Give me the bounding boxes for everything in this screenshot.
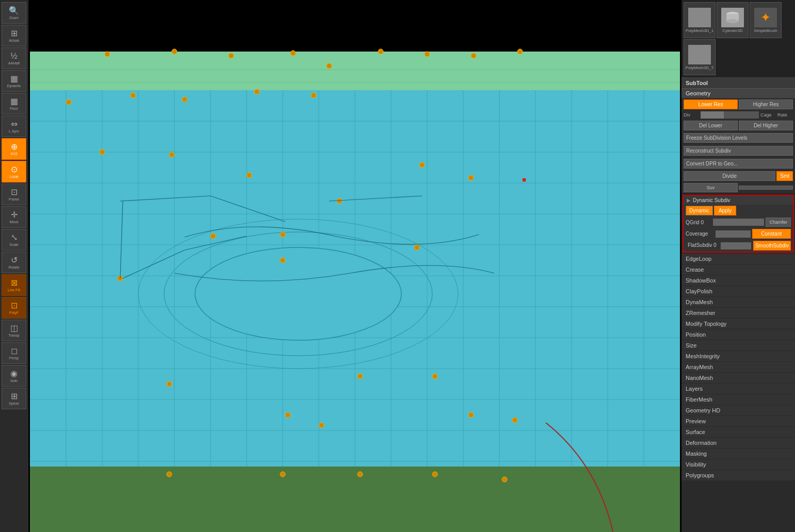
- simplebrush-tool[interactable]: ✦ SimpleBrush: [750, 2, 782, 38]
- move-button[interactable]: ✛ Move: [2, 206, 26, 228]
- claypolish-item[interactable]: ClayPolish: [682, 286, 795, 297]
- dynamic-subdiv-title: Dynamic Subdiv: [693, 197, 730, 203]
- svg-point-51: [311, 93, 316, 98]
- visibility-item[interactable]: Visibility: [682, 459, 795, 470]
- apply-button[interactable]: Apply: [714, 206, 736, 215]
- svg-rect-3: [30, 467, 680, 532]
- layers-item[interactable]: Layers: [682, 384, 795, 394]
- shadowbox-item[interactable]: ShadowBox: [682, 275, 795, 286]
- fibermesh-item[interactable]: FiberMesh: [682, 394, 795, 405]
- dynamic-button-ds[interactable]: Dynamic: [686, 206, 713, 215]
- flat-subdiv-slider[interactable]: [721, 242, 751, 250]
- freeze-subdiv-button[interactable]: Freeze SubDivision Levels: [684, 133, 793, 143]
- edgeloop-item[interactable]: EdgeLoop: [682, 254, 795, 264]
- deformation-item[interactable]: Deformation: [682, 438, 795, 448]
- svg-point-42: [327, 63, 332, 69]
- zremesher-item[interactable]: ZRemesher: [682, 308, 795, 319]
- transp-button[interactable]: ◫ Transp: [2, 320, 26, 341]
- polyf-icon: ⊡: [11, 302, 18, 310]
- linefit-button[interactable]: ⊠ Line Fill: [2, 274, 26, 296]
- polyf-button[interactable]: ⊡ PolyF: [2, 297, 26, 319]
- svg-point-48: [131, 93, 136, 98]
- xpose-button[interactable]: ⊞ Xpose: [2, 388, 26, 409]
- svg-point-62: [167, 381, 172, 387]
- cylinder3d-thumb: [721, 8, 744, 27]
- constant-button[interactable]: Constant: [752, 229, 791, 239]
- lsym-button[interactable]: ⇔ L.Sym: [2, 115, 26, 137]
- scale-button[interactable]: ⤡ Scale: [2, 229, 26, 251]
- crease-item[interactable]: Crease: [682, 264, 795, 275]
- geometry-section-header[interactable]: Geometry: [682, 89, 795, 98]
- solo-button[interactable]: ◉ Solo: [2, 365, 26, 387]
- dynamic-button[interactable]: ▦ Dynamic: [2, 70, 26, 92]
- svg-point-45: [471, 53, 476, 58]
- floor-button[interactable]: ▦ Floor: [2, 93, 26, 114]
- geometry-section: Lower Res Higher Res Div Cage Rate Del L…: [682, 98, 795, 194]
- del-higher-button[interactable]: Del Higher: [739, 121, 793, 130]
- modify-topology-item[interactable]: Modify Topology: [682, 319, 795, 329]
- masking-item[interactable]: Masking: [682, 448, 795, 459]
- qgrid-label: QGrid 0: [686, 220, 711, 225]
- subtool-header[interactable]: SubTool: [682, 78, 795, 89]
- side-toolbar: 🔍 Zoom ⊞ Actual ½ AAHalf ▦ Dynamic ▦ Flo…: [0, 0, 28, 532]
- svg-point-58: [414, 245, 419, 250]
- nanomesh-item[interactable]: NanoMesh: [682, 373, 795, 384]
- rotate-button[interactable]: ↺ Rotate: [2, 252, 26, 273]
- xyz-button[interactable]: ⊕ XYZ: [2, 138, 26, 160]
- right-panel: PolyMesh3D_1 Cylinder3D ✦ SimpleBrush Po…: [682, 0, 795, 532]
- persp2-button[interactable]: ◻ Persp: [2, 342, 26, 364]
- aahalf-button[interactable]: ½ AAHalf: [2, 47, 26, 69]
- polymesh2-tool[interactable]: PolyMesh3D_T: [684, 39, 716, 75]
- geometry-hd-item[interactable]: Geometry HD: [682, 405, 795, 416]
- smooth-subdiv-button[interactable]: SmoothSubdiv: [753, 241, 791, 251]
- xyz-icon: ⊕: [11, 143, 18, 151]
- svg-point-84: [726, 19, 739, 23]
- main-viewport[interactable]: [28, 0, 682, 532]
- polymesh2-label: PolyMesh3D_T: [686, 65, 714, 70]
- aahalf-icon: ½: [10, 52, 17, 60]
- del-row: Del Lower Del Higher: [682, 120, 795, 131]
- lsym-icon: ⇔: [11, 120, 18, 128]
- persp2-icon: ◻: [11, 347, 18, 355]
- freeze-row: Freeze SubDivision Levels: [682, 131, 795, 144]
- reconstruct-subdiv-button[interactable]: Reconstruct Subdiv: [684, 146, 793, 156]
- convert-dpr-button[interactable]: Convert DPR to Geo...: [684, 159, 793, 169]
- suv-button[interactable]: Suv: [684, 183, 738, 192]
- svg-point-72: [432, 472, 437, 477]
- dynamesh-item[interactable]: DynaMesh: [682, 297, 795, 308]
- dynamic-subdiv-header: ▶ Dynamic Subdiv: [684, 196, 793, 205]
- simplebrush-thumb: ✦: [754, 8, 777, 27]
- preview-item[interactable]: Preview: [682, 416, 795, 427]
- coverage-row: Coverage Constant: [684, 228, 793, 240]
- xpose-icon: ⊞: [11, 392, 18, 401]
- local-icon: ⊙: [11, 165, 18, 174]
- local-button[interactable]: ⊙ Local: [2, 161, 26, 182]
- flat-subdiv-label: FlatSubdiv 0: [686, 241, 719, 251]
- frame-button[interactable]: ⊡ Frame: [2, 184, 26, 205]
- polygroups-item[interactable]: Polygroups: [682, 470, 795, 481]
- svg-point-64: [285, 412, 290, 418]
- zoom-button[interactable]: 🔍 Zoom: [2, 2, 26, 24]
- position-item[interactable]: Position: [682, 329, 795, 340]
- polymesh1-tool[interactable]: PolyMesh3D_1: [684, 2, 716, 38]
- meshintegrity-item[interactable]: MeshIntegrity: [682, 351, 795, 362]
- svg-point-55: [337, 198, 342, 204]
- arraymesh-item[interactable]: ArrayMesh: [682, 362, 795, 373]
- svg-point-38: [105, 52, 110, 57]
- surface-item[interactable]: Surface: [682, 427, 795, 438]
- chamfer-button[interactable]: Chamfer: [766, 218, 791, 227]
- div-slider[interactable]: [701, 111, 759, 119]
- lower-res-button[interactable]: Lower Res: [684, 99, 738, 109]
- svg-point-68: [512, 418, 517, 423]
- higher-res-button[interactable]: Higher Res: [739, 99, 793, 109]
- rate-label: Rate: [777, 112, 793, 118]
- actual-button[interactable]: ⊞ Actual: [2, 25, 26, 46]
- divide-button[interactable]: Divide: [684, 171, 775, 181]
- jointsmt-button[interactable]: [739, 186, 793, 190]
- qgrid-slider[interactable]: [713, 219, 764, 226]
- smt-button[interactable]: Smt: [776, 171, 793, 181]
- coverage-slider[interactable]: [716, 230, 751, 238]
- cylinder3d-tool[interactable]: Cylinder3D: [717, 2, 749, 38]
- size-item[interactable]: Size: [682, 340, 795, 351]
- del-lower-button[interactable]: Del Lower: [684, 121, 738, 130]
